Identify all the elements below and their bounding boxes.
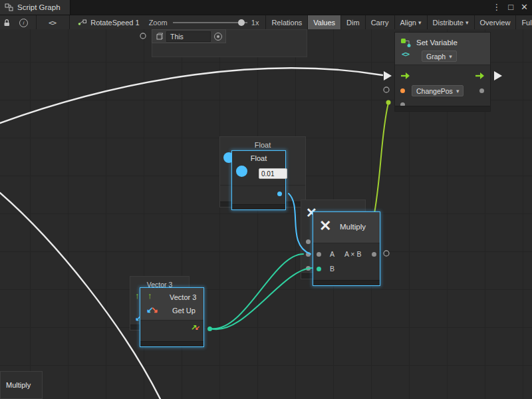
value-wire-result[interactable] — [372, 103, 388, 223]
float-value-field[interactable] — [259, 168, 287, 179]
wire-end-dot[interactable] — [386, 100, 391, 105]
zoom-label: Zoom — [149, 19, 168, 27]
set-variable-node[interactable]: Set Variable <> Graph ▾ ChangePos ▾ — [394, 32, 491, 112]
info-icon[interactable]: i — [19, 15, 28, 30]
flow-wire[interactable] — [0, 68, 382, 123]
graph-canvas[interactable]: Float ✕ Vector 3 ↑ ↙ — [0, 29, 532, 399]
this-label-field: This — [166, 31, 211, 42]
variable-name-dropdown[interactable]: ChangePos ▾ — [412, 85, 464, 96]
vector-output-icon: ↗↙ — [191, 323, 200, 332]
input-b-label: B — [330, 265, 334, 273]
unconnected-port[interactable] — [384, 87, 389, 92]
float-type-icon — [236, 166, 247, 177]
graph-scope-icon: <> — [402, 50, 409, 59]
vector-output-port[interactable] — [207, 327, 212, 331]
values-button[interactable]: Values — [307, 15, 340, 30]
carry-button[interactable]: Carry — [365, 15, 394, 30]
zoom-value: 1x — [251, 19, 259, 27]
graph-toolbar: i <> RotateSpeed 1 Zoom 1x Relations Val… — [0, 15, 532, 31]
flow-wire[interactable] — [0, 193, 160, 399]
variable-scope-dropdown[interactable]: Graph ▾ — [422, 51, 457, 62]
zoom-slider[interactable] — [173, 15, 247, 30]
relations-button[interactable]: Relations — [265, 15, 307, 30]
node-title: Vector 3 — [170, 293, 196, 301]
chevron-down-icon: ▾ — [466, 16, 469, 30]
graph-breadcrumb[interactable]: RotateSpeed 1 — [90, 19, 139, 27]
tab-title: Script Graph — [17, 3, 61, 11]
input-a-port[interactable] — [317, 252, 321, 257]
align-button[interactable]: Align▾ — [394, 15, 427, 30]
set-variable-icon — [400, 37, 412, 48]
node-title: Float — [232, 154, 285, 162]
value-wire-vector-a[interactable] — [210, 254, 303, 329]
axes-icon: ↙↘ — [146, 305, 158, 314]
this-output-port[interactable] — [214, 33, 222, 41]
chevron-down-icon: ▾ — [418, 16, 422, 30]
this-node[interactable]: This — [152, 29, 226, 43]
multiply-icon: ✕ — [319, 217, 331, 235]
flow-output-port[interactable] — [475, 72, 485, 80]
flow-arrow-out[interactable] — [494, 71, 502, 80]
input-a-label: A — [330, 250, 334, 258]
zoom-slider-handle[interactable] — [238, 19, 245, 26]
script-graph-icon — [5, 3, 13, 11]
float-output-port[interactable] — [277, 192, 282, 196]
value-wire-vector-b[interactable] — [210, 268, 312, 329]
maximize-icon[interactable]: □ — [508, 0, 513, 15]
vector3-get-up-node[interactable]: ↑ Vector 3 ↙↘ Get Up ↗↙ — [140, 287, 204, 347]
kebab-menu-icon[interactable]: ⋮ — [492, 0, 501, 15]
input-b-port[interactable] — [317, 267, 321, 271]
code-view-icon[interactable]: <> — [49, 15, 56, 30]
chevron-down-icon: ▾ — [449, 53, 452, 60]
output-value-port[interactable] — [479, 88, 484, 93]
graph-breadcrumb-icon — [78, 15, 87, 30]
separator — [36, 15, 37, 30]
full-screen-button[interactable]: Full Screen — [515, 15, 532, 30]
node-title: Multiply — [340, 223, 366, 231]
value-wire-float[interactable] — [289, 194, 311, 254]
lock-icon[interactable] — [3, 15, 11, 30]
unconnected-port[interactable] — [140, 33, 146, 39]
multiply-node[interactable]: ✕ Multiply A A × B B — [313, 211, 380, 286]
variable-value-port[interactable] — [400, 88, 405, 93]
node-title: Set Variable — [416, 39, 458, 47]
close-icon[interactable]: ✕ — [521, 0, 528, 15]
float-node[interactable]: Float — [231, 150, 286, 210]
tab-script-graph[interactable]: Script Graph — [0, 0, 70, 15]
zoom-slider-track[interactable] — [173, 22, 247, 23]
separator — [69, 15, 70, 30]
window-controls: ⋮ □ ✕ — [492, 0, 528, 15]
dim-button[interactable]: Dim — [340, 15, 365, 30]
unconnected-port[interactable] — [384, 251, 389, 256]
chevron-down-icon: ▾ — [456, 88, 460, 94]
flow-input-port[interactable] — [400, 72, 410, 80]
output-label: A × B — [344, 250, 361, 258]
flow-arrow-in[interactable] — [384, 71, 392, 80]
up-arrow-icon: ↑ — [148, 291, 152, 300]
toolbar-buttons: Relations Values Dim Carry Align▾ Distri… — [265, 15, 532, 30]
window-tab-bar: Script Graph ⋮ □ ✕ — [0, 0, 532, 15]
output-port[interactable] — [372, 252, 376, 257]
cube-icon — [156, 33, 163, 40]
overview-button[interactable]: Overview — [474, 15, 516, 30]
operation-label: Get Up — [172, 307, 196, 315]
distribute-button[interactable]: Distribute▾ — [427, 15, 474, 30]
